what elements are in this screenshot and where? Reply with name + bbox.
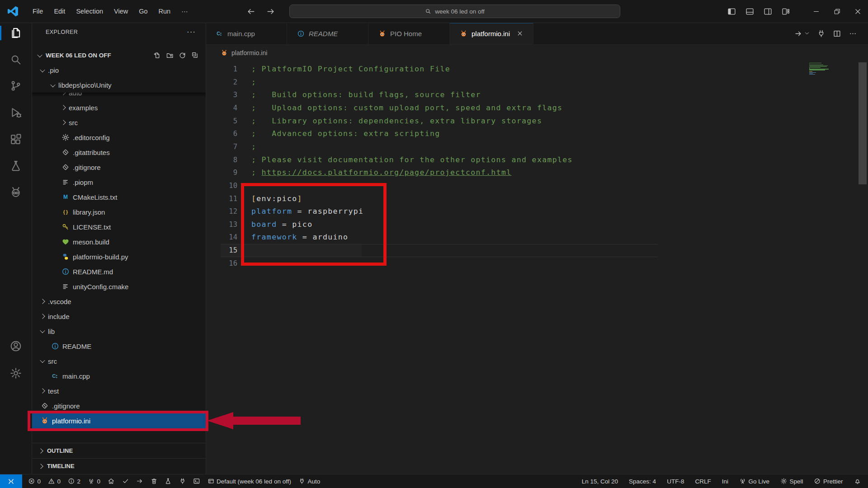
code-line-3[interactable]: 3; Build options: build flags, source fi… [206,89,868,102]
breadcrumb[interactable]: platformio.ini [206,45,868,61]
search-input[interactable]: week 06 led on off [289,5,620,18]
nav-forward-icon[interactable] [266,7,275,16]
editor-more-actions-icon[interactable] [849,29,857,38]
serial-port-selector[interactable]: Auto [298,478,320,485]
tree-item-platformio.ini[interactable]: platformio.ini [32,413,206,428]
tree-item-.gitattributes[interactable]: .gitattributes [32,145,206,160]
code-line-13[interactable]: 13board = pico [206,218,868,231]
tree-item-lib[interactable]: lib [32,324,206,339]
run-dropdown-icon[interactable] [804,31,810,36]
activity-platformio[interactable] [9,186,22,198]
editor-scrollbar[interactable] [859,62,867,184]
collapse-folders-icon[interactable] [191,52,199,59]
encoding[interactable]: UTF-8 [667,478,684,485]
project-environment-selector[interactable]: Default (week 06 led on off) [208,478,291,485]
remote-indicator[interactable] [0,474,22,488]
new-file-icon[interactable] [153,52,161,59]
pio-terminal-button[interactable] [193,478,200,485]
code-line-4[interactable]: 4; Upload options: custom upload port, s… [206,102,868,115]
tree-item-license.txt[interactable]: LICENSE.txt [32,220,206,235]
tab-platformio.ini[interactable]: platformio.ini [450,23,533,44]
code-line-7[interactable]: 7; [206,141,868,154]
split-editor-button-icon[interactable] [833,29,841,38]
code-line-16[interactable]: 16 [206,257,868,270]
code-line-6[interactable]: 6; Advanced options: extra scripting [206,127,868,141]
activity-extensions[interactable] [9,133,22,145]
tree-item-.vscode[interactable]: .vscode [32,294,206,309]
toggle-panel-icon[interactable] [745,7,755,16]
activity-explorer[interactable] [9,27,22,39]
refresh-explorer-icon[interactable] [179,52,186,59]
problems-errors[interactable]: 0 [28,478,41,485]
cursor-position[interactable]: Ln 15, Col 20 [582,478,618,485]
tree-item-platformio-build.py[interactable]: platformio-build.py [32,249,206,264]
toggle-secondary-sidebar-icon[interactable] [763,7,773,16]
nav-back-icon[interactable] [247,7,255,16]
activity-search[interactable] [9,53,22,66]
code-line-5[interactable]: 5; Library options: dependencies, extra … [206,115,868,128]
pio-clean-button[interactable] [151,478,158,485]
tree-item-src[interactable]: src [32,354,206,369]
close-icon[interactable] [517,30,523,37]
menu-run[interactable]: Run [154,5,176,17]
project-section-header[interactable]: WEEK 06 LED ON OFF [32,48,206,63]
toggle-primary-sidebar-icon[interactable] [727,7,736,16]
tree-item-unityconfig.cmake[interactable]: unityConfig.cmake [32,279,206,294]
problems-warnings[interactable]: 0 [48,478,61,485]
tree-item-.pio[interactable]: .pio [32,63,206,78]
problems-infos[interactable]: 2 [68,478,80,485]
eol-sequence[interactable]: CRLF [695,478,711,485]
activity-settings[interactable] [9,367,22,380]
pio-upload-button[interactable] [136,478,143,485]
tree-item-main.cpp[interactable]: Cmain.cpp [32,369,206,384]
new-folder-icon[interactable] [166,52,174,59]
activity-testing[interactable] [9,160,22,172]
activity-accounts[interactable] [9,340,22,352]
code-line-2[interactable]: 2; [206,76,868,89]
tree-item-test[interactable]: test [32,384,206,399]
tree-item-.piopm[interactable]: .piopm [32,175,206,190]
tree-item-cmakelists.txt[interactable]: MCMakeLists.txt [32,190,206,205]
activity-run-and-debug[interactable] [9,106,22,119]
prettier[interactable]: Prettier [814,478,843,485]
code-line-10[interactable]: 10 [206,179,868,192]
explorer-more-actions-icon[interactable]: ··· [187,28,196,37]
timeline-panel-header[interactable]: TIMELINE [32,458,206,474]
tree-item-examples[interactable]: examples [32,100,206,115]
restore-button[interactable] [826,0,847,23]
code-line-8[interactable]: 8; Please visit documentation for the ot… [206,154,868,167]
tree-item-readme[interactable]: README [32,339,206,354]
code-line-9[interactable]: 9; https://docs.platformio.org/page/proj… [206,166,868,179]
pio-serial-monitor-button[interactable] [179,478,186,485]
tree-item-.editorconfig[interactable]: .editorconfig [32,130,206,145]
tree-item-.gitignore[interactable]: .gitignore [32,160,206,175]
code-line-11[interactable]: 11[env:pico] [206,192,868,206]
pio-test-button[interactable] [165,478,172,485]
code-line-14[interactable]: 14framework = arduino [206,231,868,244]
indentation[interactable]: Spaces: 4 [629,478,656,485]
tab-readme[interactable]: README [287,23,368,44]
language-mode[interactable]: Ini [722,478,728,485]
pio-home-button[interactable] [108,478,115,485]
menu-go[interactable]: Go [134,5,152,17]
activity-source-control[interactable] [9,80,22,92]
code-line-15[interactable]: 15 [206,244,868,257]
tree-item-library.json[interactable]: { }library.json [32,205,206,220]
tab-pio-home[interactable]: PIO Home [368,23,450,44]
menu-selection[interactable]: Selection [71,5,108,17]
serial-monitor-button-icon[interactable] [817,29,826,38]
tree-item-include[interactable]: include [32,309,206,324]
tree-item-meson.build[interactable]: meson.build [32,235,206,249]
customize-layout-icon[interactable] [781,7,791,16]
minimize-button[interactable] [806,0,826,23]
tree-item-readme.md[interactable]: README.md [32,264,206,279]
pio-remote[interactable]: 0 [88,478,100,485]
outline-panel-header[interactable]: OUTLINE [32,443,206,458]
menu-view[interactable]: View [109,5,133,17]
menu-overflow[interactable]: ··· [176,5,193,17]
tree-item-src[interactable]: src [32,115,206,130]
spell-checker[interactable]: Spell [780,478,803,485]
notifications[interactable] [854,478,861,485]
menu-file[interactable]: File [28,5,48,17]
code-line-12[interactable]: 12platform = raspberrypi [206,205,868,218]
